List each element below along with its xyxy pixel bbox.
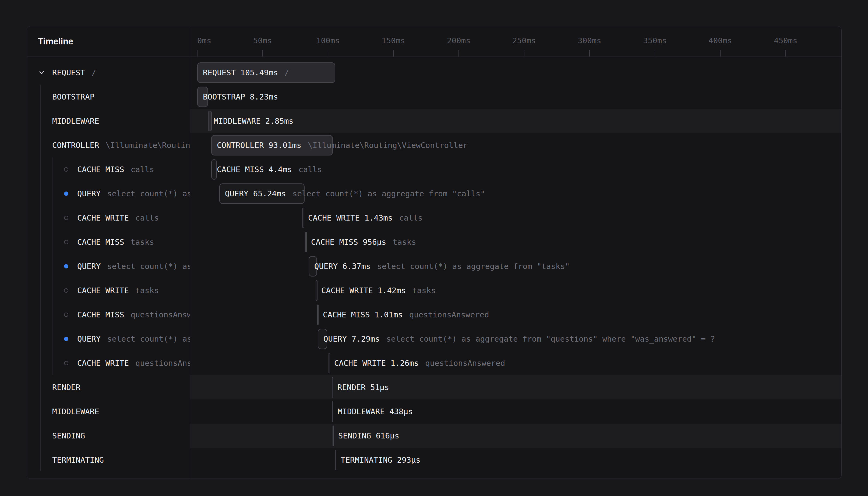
panel-body: REQUEST/BOOTSTRAPMIDDLEWARECONTROLLER\Il… xyxy=(27,57,841,479)
sidebar-row-cache-miss[interactable]: CACHE MISStasks xyxy=(27,230,190,254)
bar-label: SENDING 616µs xyxy=(338,431,399,440)
axis-tick-label: 50ms xyxy=(253,36,272,45)
timeline-lanes: REQUEST 105.49ms/BOOTSTRAP 8.23msMIDDLEW… xyxy=(190,57,841,479)
cache-dot-icon xyxy=(64,216,68,220)
bar-label: CACHE WRITE 1.43ms xyxy=(308,213,392,222)
axis-tick-label: 400ms xyxy=(709,36,732,45)
timeline-bar[interactable] xyxy=(328,353,330,373)
bar-description: questionsAnswered xyxy=(409,310,489,319)
axis-tick-mark xyxy=(262,50,263,57)
row-label: QUERY xyxy=(77,334,100,343)
timeline-row-cache-write[interactable]: CACHE WRITE 1.26msquestionsAnswered xyxy=(190,351,841,375)
query-dot-icon xyxy=(64,264,68,268)
sidebar-row-cache-write[interactable]: CACHE WRITEtasks xyxy=(27,278,190,303)
timeline-row-controller[interactable]: CONTROLLER 93.01ms\Illuminate\Routing\Vi… xyxy=(190,133,841,157)
axis-tick-label: 100ms xyxy=(316,36,340,45)
timeline-bar-text: CACHE MISS 1.01msquestionsAnswered xyxy=(323,303,489,327)
sidebar-row-cache-miss[interactable]: CACHE MISScalls xyxy=(27,157,190,182)
axis-tick-mark xyxy=(459,50,459,57)
timeline-row-cache-miss[interactable]: CACHE MISS 4.4mscalls xyxy=(190,157,841,182)
axis-tick-mark xyxy=(393,50,394,57)
sidebar-row-query[interactable]: QUERYselect count(*) as aggregate from "… xyxy=(27,327,190,351)
bar-description: questionsAnswered xyxy=(425,359,505,368)
timeline-row-request[interactable]: REQUEST 105.49ms/ xyxy=(190,61,841,85)
bar-label: TERMINATING 293µs xyxy=(341,455,421,465)
bar-description: / xyxy=(284,68,289,77)
sidebar-row-middleware[interactable]: MIDDLEWARE xyxy=(27,400,190,424)
timeline-bar-text: BOOTSTRAP 8.23ms xyxy=(203,85,278,109)
bar-label: CACHE MISS 4.4ms xyxy=(217,165,292,174)
timeline-row-query[interactable]: QUERY 7.29msselect count(*) as aggregate… xyxy=(190,327,841,351)
row-description: select count(*) as aggregate from "quest… xyxy=(107,334,190,343)
row-label: REQUEST xyxy=(52,68,85,77)
timeline-row-bootstrap[interactable]: BOOTSTRAP 8.23ms xyxy=(190,85,841,109)
timeline-bar[interactable] xyxy=(211,159,217,180)
timeline-bar-text: TERMINATING 293µs xyxy=(341,448,421,472)
timeline-bar[interactable] xyxy=(332,401,334,422)
query-dot-icon xyxy=(64,337,68,341)
bar-description: tasks xyxy=(412,286,436,295)
timeline-row-terminating[interactable]: TERMINATING 293µs xyxy=(190,448,841,472)
timeline-bar[interactable] xyxy=(332,377,333,398)
timeline-row-cache-miss[interactable]: CACHE MISS 956µstasks xyxy=(190,230,841,254)
axis-tick-label: 450ms xyxy=(774,36,797,45)
timeline-row-query[interactable]: QUERY 65.24msselect count(*) as aggregat… xyxy=(190,182,841,206)
query-dot-icon xyxy=(64,191,68,196)
sidebar-row-query[interactable]: QUERYselect count(*) as aggregate from "… xyxy=(27,182,190,206)
sidebar-row-cache-write[interactable]: CACHE WRITEquestionsAnswered xyxy=(27,351,190,375)
axis-tick-mark xyxy=(786,50,786,57)
axis-tick-label: 0ms xyxy=(197,36,211,45)
timeline-row-cache-write[interactable]: CACHE WRITE 1.43mscalls xyxy=(190,206,841,230)
chevron-down-icon[interactable] xyxy=(38,69,45,76)
bar-label: CACHE MISS 956µs xyxy=(311,237,386,247)
sidebar-row-cache-write[interactable]: CACHE WRITEcalls xyxy=(27,206,190,230)
sidebar-row-render[interactable]: RENDER xyxy=(27,375,190,400)
bar-description: calls xyxy=(298,165,322,174)
timeline-bar-text: MIDDLEWARE 438µs xyxy=(338,400,413,424)
axis-tick-mark xyxy=(720,50,720,57)
timeline-bar[interactable] xyxy=(305,232,307,252)
cache-dot-icon xyxy=(64,167,68,172)
cache-dot-icon xyxy=(64,361,68,365)
timeline-bar[interactable] xyxy=(335,450,336,470)
row-label: CACHE WRITE xyxy=(77,359,129,368)
row-description: tasks xyxy=(131,237,154,247)
row-description: questionsAnswered xyxy=(131,310,190,319)
sidebar-row-request[interactable]: REQUEST/ xyxy=(27,61,190,85)
timeline-row-sending[interactable]: SENDING 616µs xyxy=(190,424,841,448)
panel-header: Timeline 0ms50ms100ms150ms200ms250ms300m… xyxy=(27,26,841,57)
timeline-row-render[interactable]: RENDER 51µs xyxy=(190,375,841,400)
sidebar-row-terminating[interactable]: TERMINATING xyxy=(27,448,190,472)
timeline-bar[interactable] xyxy=(208,111,212,131)
timeline-bar[interactable] xyxy=(303,208,304,228)
timeline-row-query[interactable]: QUERY 6.37msselect count(*) as aggregate… xyxy=(190,254,841,278)
timeline-row-cache-write[interactable]: CACHE WRITE 1.42mstasks xyxy=(190,278,841,303)
sidebar-row-controller[interactable]: CONTROLLER\Illuminate\Routing\ViewContro… xyxy=(27,133,190,157)
timeline-bar-text: CACHE MISS 956µstasks xyxy=(311,230,416,254)
timeline-bar[interactable] xyxy=(332,425,334,446)
bar-description: select count(*) as aggregate from "tasks… xyxy=(377,262,570,271)
axis-tick-mark xyxy=(328,50,328,57)
row-description: \Illuminate\Routing\ViewController xyxy=(106,141,190,150)
sidebar-row-middleware[interactable]: MIDDLEWARE xyxy=(27,109,190,133)
panel-header-left: Timeline xyxy=(27,26,190,57)
timeline-bar[interactable] xyxy=(315,280,317,301)
timeline-bar-text: QUERY 65.24msselect count(*) as aggregat… xyxy=(225,182,485,206)
bar-label: MIDDLEWARE 438µs xyxy=(338,407,413,416)
timeline-bar[interactable] xyxy=(317,305,319,325)
sidebar-row-bootstrap[interactable]: BOOTSTRAP xyxy=(27,85,190,109)
sidebar-row-sending[interactable]: SENDING xyxy=(27,424,190,448)
timeline-row-middleware[interactable]: MIDDLEWARE 438µs xyxy=(190,400,841,424)
timeline-row-middleware[interactable]: MIDDLEWARE 2.85ms xyxy=(190,109,841,133)
sidebar-row-query[interactable]: QUERYselect count(*) as aggregate from "… xyxy=(27,254,190,278)
sidebar-row-cache-miss[interactable]: CACHE MISSquestionsAnswered xyxy=(27,303,190,327)
row-label: QUERY xyxy=(77,189,100,198)
bar-label: QUERY 6.37ms xyxy=(314,262,371,271)
timeline-row-cache-miss[interactable]: CACHE MISS 1.01msquestionsAnswered xyxy=(190,303,841,327)
axis-tick-mark xyxy=(655,50,655,57)
bar-description: tasks xyxy=(392,237,416,247)
timeline-bar-text: MIDDLEWARE 2.85ms xyxy=(214,109,294,133)
axis-tick-label: 300ms xyxy=(578,36,601,45)
timeline-bar-text: QUERY 7.29msselect count(*) as aggregate… xyxy=(323,327,715,351)
timeline-bar-text: CONTROLLER 93.01ms\Illuminate\Routing\Vi… xyxy=(217,133,468,157)
